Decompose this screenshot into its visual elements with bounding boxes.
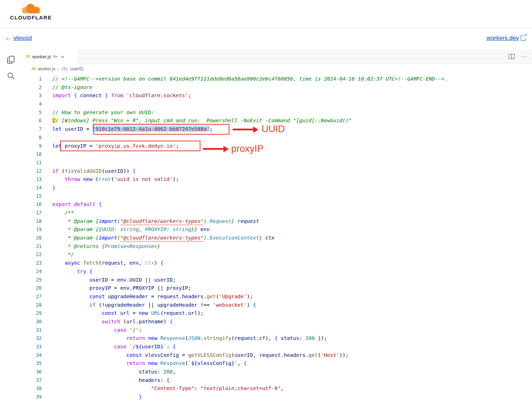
line-number: 36 [22, 368, 42, 376]
line-number: 5 [22, 108, 42, 117]
line-number: 3 [22, 92, 42, 100]
workers-dev-link[interactable]: workers.dev [486, 35, 526, 42]
code-line[interactable]: 28 if (!upgradeHeader || upgradeHeader !… [22, 301, 532, 309]
line-number: 33 [22, 343, 42, 351]
code-line[interactable]: 20 * @param {import("@cloudflare/workers… [22, 234, 532, 242]
code-line[interactable]: 22 */ [22, 250, 532, 259]
code-line[interactable]: 12if (!isValidUUID(userID)) { [22, 167, 532, 176]
line-number: 11 [22, 159, 42, 167]
code-line[interactable]: 31 case '/': [22, 326, 532, 335]
app-window: CLOUDFLARE ← vlessjd workers.dev [0, 0, 532, 401]
breadcrumb-symbol[interactable]: userID [70, 66, 83, 71]
line-number: 16 [22, 200, 42, 209]
code-line[interactable]: 39 } [22, 393, 532, 401]
activity-bar [0, 49, 22, 401]
back-link[interactable]: ← vlessjd [5, 35, 32, 42]
line-number: 39 [22, 393, 42, 401]
split-editor-icon[interactable] [509, 54, 515, 59]
line-number: 35 [22, 359, 42, 368]
line-number: 18 [22, 217, 42, 226]
code-line[interactable]: 10 [22, 150, 532, 159]
search-button[interactable] [6, 71, 16, 81]
line-number: 1 [22, 75, 42, 83]
code-line[interactable]: 26 proxyIP = env.PROXYIP || proxyIP; [22, 284, 532, 293]
line-number: 9 [22, 142, 42, 151]
tab-worker-js[interactable]: JS worker.js 9+ × [22, 49, 78, 64]
code-line[interactable]: 30 switch (url.pathname) { [22, 318, 532, 326]
back-arrow-icon: ← [5, 35, 11, 42]
code-line[interactable]: 23 async fetch(request, env, ctx) { [22, 259, 532, 267]
code-line[interactable]: 16export default { [22, 200, 532, 209]
code-line[interactable]: 4 [22, 100, 532, 108]
breadcrumb-file[interactable]: worker.js [38, 66, 55, 71]
tab-problems-badge: 9+ [53, 54, 58, 59]
code-line[interactable]: 15 [22, 192, 532, 201]
more-actions-icon[interactable]: ··· [520, 53, 527, 60]
code-line[interactable]: 38 "Content-Type": "text/plain;charset=u… [22, 384, 532, 393]
line-number: 10 [22, 150, 42, 159]
back-link-label: vlessjd [13, 35, 32, 42]
code-line[interactable]: 2// @ts-ignore [22, 83, 532, 92]
code-line[interactable]: 13 throw new Error('uuid is not valid'); [22, 175, 532, 184]
code-line[interactable]: 29 const url = new URL(request.url); [22, 309, 532, 318]
code-line[interactable]: 19 * @param {{UUID: string, PROXYIP: str… [22, 225, 532, 234]
line-number: 27 [22, 293, 42, 301]
code-line[interactable]: 32 return new Response(JSON.stringify(re… [22, 334, 532, 343]
code-area[interactable]: 1// <!--GAMFC-->version base on commit 8… [22, 74, 532, 401]
line-number: 8 [22, 134, 42, 142]
copy-files-button[interactable] [6, 54, 16, 65]
breadcrumb-symbol-icon: [@] [61, 67, 68, 71]
cloudflare-cloud-icon [17, 2, 45, 14]
code-line[interactable]: 7let userID = '910c1e79-0812-4a1a-8062-b… [22, 125, 532, 134]
line-number: 15 [22, 192, 42, 201]
line-number: 6 [22, 117, 42, 125]
line-number: 19 [22, 225, 42, 234]
line-number: 7 [22, 125, 42, 134]
tab-bar: JS worker.js 9+ × ··· [22, 49, 532, 64]
code-line[interactable]: 8 [22, 134, 532, 142]
cloudflare-logo: CLOUDFLARE [7, 2, 55, 20]
code-line[interactable]: 21 * @returns {Promise<Response>} [22, 242, 532, 251]
tab-close-button[interactable]: × [61, 54, 64, 60]
copy-icon [6, 55, 16, 64]
line-number: 25 [22, 276, 42, 284]
line-number: 30 [22, 318, 42, 326]
code-lines: 1// <!--GAMFC-->version base on commit 8… [22, 75, 532, 401]
code-line[interactable]: 33 case `/${userID}`: { [22, 343, 532, 351]
code-line[interactable]: 1// <!--GAMFC-->version base on commit 8… [22, 75, 532, 83]
code-line[interactable]: 36 status: 200, [22, 368, 532, 376]
code-line[interactable]: 14} [22, 184, 532, 192]
code-line[interactable]: 11 [22, 159, 532, 167]
tab-label: worker.js [32, 54, 51, 59]
code-line[interactable]: 24 try { [22, 267, 532, 276]
code-line[interactable]: 25 userID = env.UUID || userID; [22, 276, 532, 284]
line-number: 21 [22, 242, 42, 251]
code-line[interactable]: 3import { connect } from 'cloudflare:soc… [22, 92, 532, 100]
code-line[interactable]: 17 /** [22, 209, 532, 217]
tab-actions: ··· [509, 49, 527, 64]
code-line[interactable]: 9let proxyIP = 'proxyip.us.fxxk.dedyn.io… [22, 142, 532, 151]
code-line[interactable]: 34 const vlessConfig = getVLESSConfig(us… [22, 351, 532, 360]
workers-dev-label: workers.dev [486, 35, 519, 42]
breadcrumb-separator-icon: › [58, 66, 59, 72]
code-line[interactable]: 37 headers: { [22, 376, 532, 385]
breadcrumb[interactable]: JS worker.js › [@] userID [22, 64, 532, 74]
code-line[interactable]: 18 * @param {import("@cloudflare/workers… [22, 217, 532, 226]
line-number: 20 [22, 234, 42, 242]
line-number: 13 [22, 175, 42, 184]
line-number: 34 [22, 351, 42, 360]
line-number: 37 [22, 376, 42, 385]
code-line[interactable]: 5// How to generate your own UUID: [22, 108, 532, 117]
code-line[interactable]: 35 return new Response(`${vlessConfig}`,… [22, 359, 532, 368]
line-number: 22 [22, 250, 42, 259]
line-number: 28 [22, 301, 42, 309]
line-number: 31 [22, 326, 42, 335]
code-line[interactable]: 6// [Windows] Press "Win + R", input cmd… [22, 117, 532, 125]
code-editor-panel: JS worker.js 9+ × ··· JS worker.js › [@]… [22, 49, 532, 401]
line-number: 23 [22, 259, 42, 267]
code-line[interactable]: 27 const upgradeHeader = request.headers… [22, 293, 532, 301]
page-header: CLOUDFLARE [0, 0, 532, 28]
breadcrumb-js-icon: JS [31, 67, 36, 71]
external-link-icon [521, 36, 526, 41]
line-number: 24 [22, 267, 42, 276]
